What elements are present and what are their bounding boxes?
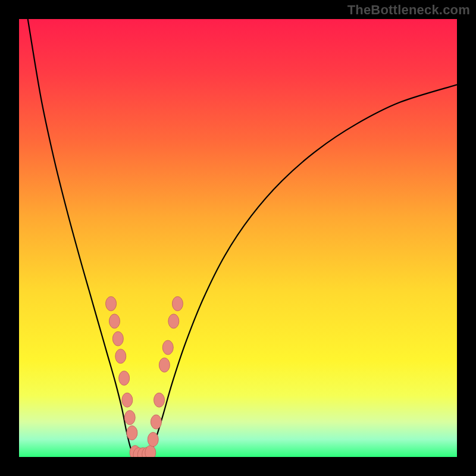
marker-dot: [119, 371, 130, 386]
chart-frame: TheBottleneck.com: [0, 0, 476, 476]
marker-dot: [154, 393, 165, 407]
marker-dot: [151, 415, 161, 429]
marker-dot: [145, 446, 156, 457]
marker-dot: [106, 296, 117, 311]
marker-dot: [124, 411, 135, 425]
marker-dot: [168, 314, 179, 328]
marker-dot: [148, 433, 158, 447]
marker-dot: [172, 296, 183, 311]
chart-svg: [19, 19, 457, 457]
marker-dot: [115, 349, 126, 364]
marker-dot: [127, 426, 137, 440]
marker-dot: [109, 314, 120, 328]
marker-dot: [112, 331, 123, 346]
watermark-text: TheBottleneck.com: [347, 2, 470, 18]
marker-dot: [122, 393, 133, 407]
background-gradient: [19, 19, 457, 457]
marker-dot: [162, 340, 173, 355]
plot-area: [19, 19, 457, 457]
marker-dot: [159, 358, 170, 372]
